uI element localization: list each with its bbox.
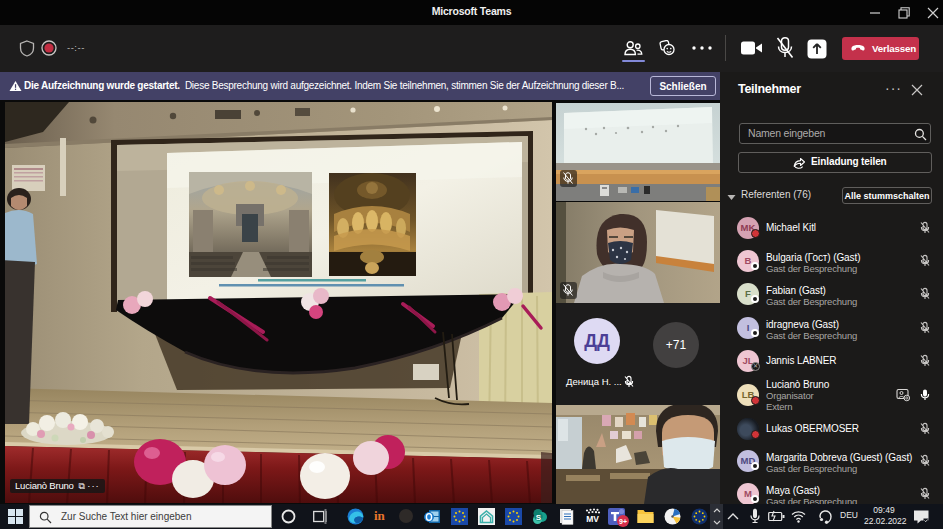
svg-text:MV: MV [586,514,599,524]
svg-text:S: S [536,513,542,522]
svg-text:9+: 9+ [619,518,627,525]
